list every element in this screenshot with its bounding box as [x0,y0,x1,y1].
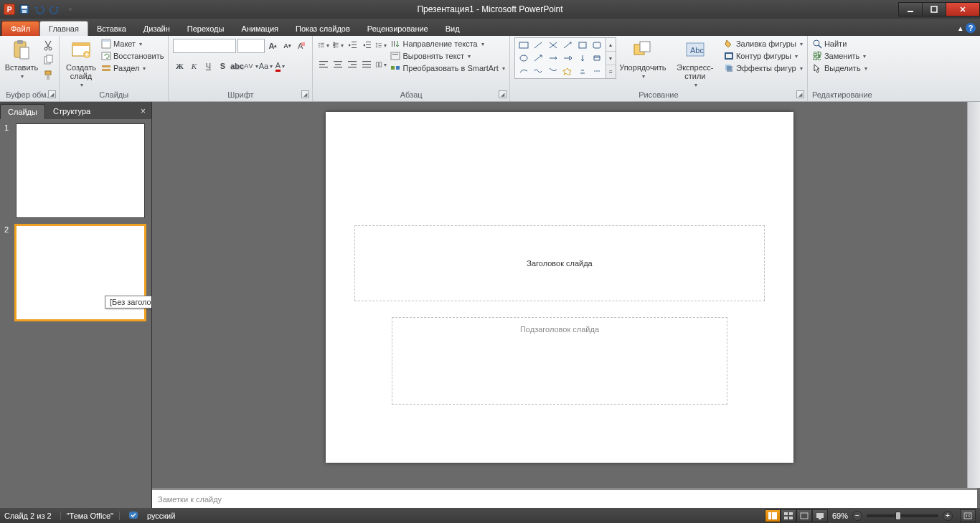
shape-fill-button[interactable]: Заливка фигуры▾ [724,39,803,49]
thumbnail-2[interactable]: 2 [Без заголовка] [4,225,147,320]
thumb-number: 1 [4,123,11,218]
shape-effects-button[interactable]: Эффекты фигур▾ [724,63,803,73]
quick-styles-button[interactable]: Abc Экспресс-стили▾ [669,37,721,88]
columns-icon[interactable]: ▾ [374,58,387,71]
fit-to-window-icon[interactable] [960,509,976,522]
clipboard-dialog-icon[interactable]: ◢ [48,90,56,98]
change-case-icon[interactable]: Aa▾ [259,60,272,72]
shapes-scroll[interactable]: ▴▾≡ [606,37,616,79]
save-icon[interactable] [18,3,31,16]
vertical-scrollbar[interactable] [967,102,980,488]
svg-rect-4 [931,6,937,12]
find-button[interactable]: Найти [812,39,867,49]
copy-icon[interactable] [42,54,55,67]
slides-group-label: Слайды [99,90,128,99]
increase-indent-icon[interactable] [360,39,373,52]
align-left-icon[interactable] [317,58,330,71]
thumbnail-1[interactable]: 1 [4,123,147,218]
app-icon: P [3,3,16,16]
svg-rect-86 [784,512,788,515]
slide[interactable]: Заголовок слайда Подзаголовок слайда [326,112,793,463]
redo-icon[interactable] [48,3,61,16]
font-size-combo[interactable] [237,39,265,53]
layout-button[interactable]: Макет▾ [101,39,164,49]
cut-icon[interactable] [42,39,55,52]
slideshow-view-icon[interactable] [812,509,828,522]
panel-tab-slides[interactable]: Слайды [0,104,45,119]
zoom-out-button[interactable]: − [852,511,862,521]
panel-close-icon[interactable]: × [135,103,151,119]
grow-font-icon[interactable]: A▴ [266,39,279,52]
font-color-icon[interactable]: A▾ [273,60,286,72]
svg-rect-37 [352,44,357,45]
paragraph-dialog-icon[interactable]: ◢ [499,90,507,98]
shrink-font-icon[interactable]: A▾ [281,39,293,52]
bullets-icon[interactable]: ▾ [317,39,330,52]
svg-rect-56 [362,67,371,67]
shape-outline-button[interactable]: Контур фигуры▾ [724,51,803,61]
tab-slideshow[interactable]: Показ слайдов [287,22,359,36]
zoom-slider[interactable] [867,514,938,517]
italic-icon[interactable]: К [187,60,200,72]
tab-insert[interactable]: Вставка [88,22,135,36]
svg-rect-89 [789,517,793,519]
justify-icon[interactable] [360,58,373,71]
drawing-dialog-icon[interactable]: ◢ [796,90,804,98]
align-text-button[interactable]: Выровнять текст▾ [390,51,504,61]
svg-rect-48 [334,61,342,62]
select-button[interactable]: Выделить▾ [812,63,867,73]
zoom-in-button[interactable]: + [943,511,953,521]
undo-icon[interactable] [33,3,46,16]
close-button[interactable] [946,2,980,17]
normal-view-icon[interactable] [765,509,781,522]
align-right-icon[interactable] [346,58,359,71]
underline-icon[interactable]: Ч [202,60,215,72]
shapes-gallery[interactable] [514,37,606,79]
new-slide-button[interactable]: Создать слайд ▾ [64,37,98,88]
tab-view[interactable]: Вид [437,22,468,36]
title-placeholder[interactable]: Заголовок слайда [354,225,765,301]
tab-animation[interactable]: Анимация [232,22,287,36]
smartart-button[interactable]: Преобразовать в SmartArt▾ [390,63,504,73]
line-spacing-icon[interactable]: ▾ [374,39,387,52]
spacing-icon[interactable]: AV▾ [245,60,258,72]
qat-dropdown-icon[interactable]: ▼ [63,3,76,16]
text-direction-button[interactable]: IIНаправление текста▾ [390,39,504,49]
svg-rect-57 [377,62,379,67]
bold-icon[interactable]: Ж [173,60,186,72]
panel-tab-outline[interactable]: Структура [45,103,98,119]
notes-pane[interactable]: Заметки к слайду [152,488,977,508]
zoom-percent[interactable]: 69% [832,512,848,520]
clear-format-icon[interactable]: A [295,39,308,52]
reset-button[interactable]: Восстановить [101,51,164,61]
spellcheck-icon[interactable] [128,510,138,522]
thumb-number: 2 [4,225,11,320]
tab-design[interactable]: Дизайн [135,22,179,36]
sorter-view-icon[interactable] [781,509,796,522]
section-button[interactable]: Раздел▾ [101,63,164,73]
paste-button[interactable]: Вставить ▾ [4,37,39,80]
replace-button[interactable]: abacЗаменить▾ [812,51,867,61]
tab-file[interactable]: Файл [1,21,39,36]
arrange-button[interactable]: Упорядочить▾ [619,37,666,80]
ribbon-tabs: Файл Главная Вставка Дизайн Переходы Ани… [0,19,980,36]
tab-review[interactable]: Рецензирование [359,22,437,36]
decrease-indent-icon[interactable] [346,39,359,52]
shadow-icon[interactable]: abc [230,60,243,72]
align-center-icon[interactable] [331,58,344,71]
format-painter-icon[interactable] [42,69,55,82]
reading-view-icon[interactable] [796,509,812,522]
font-family-combo[interactable] [173,39,236,53]
slide-canvas-area[interactable]: Заголовок слайда Подзаголовок слайда [152,102,967,488]
tab-home[interactable]: Главная [39,21,88,36]
minimize-button[interactable] [898,2,923,17]
ribbon-minimize-icon[interactable]: ▴ [958,24,963,33]
tab-transitions[interactable]: Переходы [179,22,233,36]
subtitle-placeholder[interactable]: Подзаголовок слайда [392,317,727,405]
maximize-button[interactable] [922,2,946,17]
numbering-icon[interactable]: 123▾ [331,39,344,52]
help-icon[interactable]: ? [966,23,976,33]
status-language[interactable]: русский [147,512,175,520]
font-dialog-icon[interactable]: ◢ [301,90,309,98]
strikethrough-icon[interactable]: S [216,60,229,72]
